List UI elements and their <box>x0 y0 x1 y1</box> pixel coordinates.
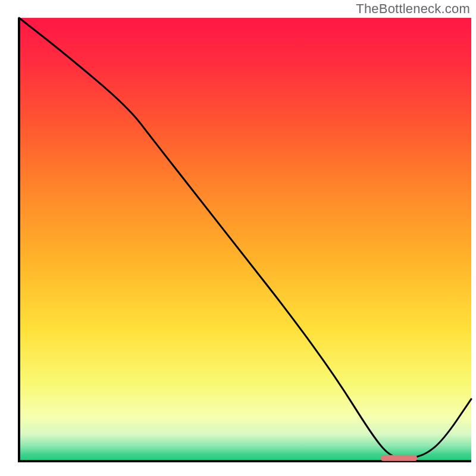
plot-background <box>19 18 471 461</box>
chart-svg <box>0 0 476 476</box>
minimum-marker <box>381 455 417 461</box>
chart-container: { "watermark": "TheBottleneck.com", "cha… <box>0 0 476 476</box>
